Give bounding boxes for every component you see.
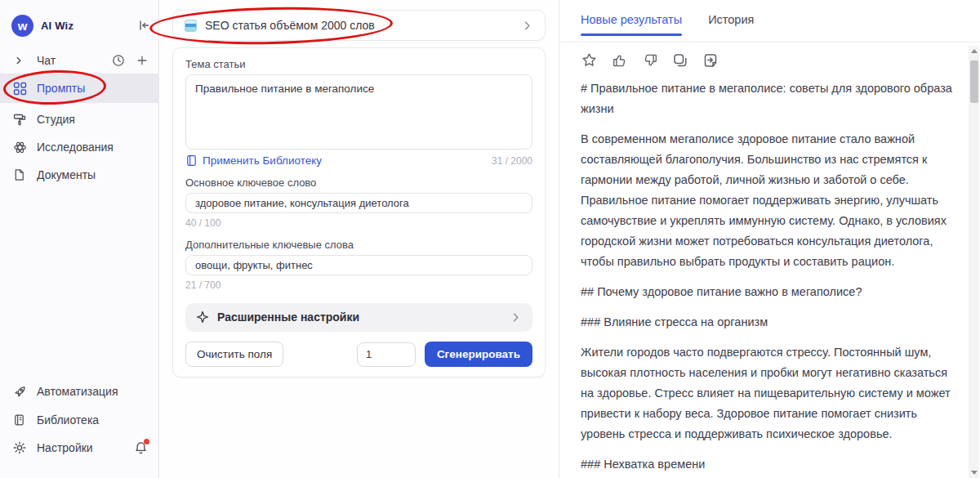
sidebar-item-studio[interactable]: Студия: [0, 106, 159, 132]
extra-keywords-label: Дополнительные ключевые слова: [185, 239, 532, 251]
sparkle-icon: [196, 310, 209, 324]
prompt-template-header[interactable]: SEO статья объёмом 2000 слов: [172, 10, 546, 41]
results-tabs: Новые результаты История: [559, 0, 980, 42]
sidebar-item-research[interactable]: Исследования: [0, 134, 159, 160]
advanced-settings-button[interactable]: Расширенные настройки: [185, 303, 532, 332]
favorite-star-icon[interactable]: [581, 51, 598, 69]
sidebar-item-label: Исследования: [37, 141, 114, 154]
chat-history-icon[interactable]: [112, 54, 125, 67]
prompt-form: Тема статьи Правильное питание в мегапол…: [172, 47, 546, 377]
app-logo: w: [11, 15, 33, 37]
generate-button[interactable]: Сгенерировать: [425, 342, 532, 367]
sidebar-collapse-icon[interactable]: [137, 19, 150, 32]
generated-paragraph: ### Влияние стресса на организм: [581, 312, 958, 333]
gear-icon: [13, 441, 27, 454]
clear-fields-button[interactable]: Очистить поля: [185, 342, 283, 367]
sidebar-item-settings[interactable]: Настройки: [0, 435, 159, 461]
prompt-template-title: SEO статья объёмом 2000 слов: [205, 19, 375, 32]
generated-paragraph: Жители городов часто подвергаются стресс…: [581, 342, 958, 444]
results-panel: Новые результаты История # Правильное пи…: [559, 0, 980, 478]
sidebar-item-prompts[interactable]: Промпты: [0, 74, 159, 103]
sidebar-item-automation[interactable]: Автоматизация: [0, 378, 159, 404]
brand-row: w AI Wiz: [11, 13, 150, 38]
extra-keywords-input[interactable]: [185, 255, 532, 275]
sidebar-item-label: Автоматизация: [37, 385, 118, 398]
library-book-icon: [185, 154, 198, 167]
paint-roller-icon: [13, 113, 27, 126]
notification-dot: [144, 439, 149, 444]
generated-paragraph: ### Нехватка времени: [581, 454, 958, 475]
extra-keywords-counter: 21 / 700: [185, 279, 532, 291]
generated-paragraph: В современном мегаполисе здоровое питани…: [581, 129, 958, 272]
sidebar-item-library[interactable]: Библиотека: [0, 407, 159, 433]
main-keyword-label: Основное ключевое слово: [185, 176, 532, 189]
sidebar-item-documents[interactable]: Документы: [0, 162, 159, 188]
new-chat-icon[interactable]: [136, 55, 148, 66]
book-icon: [13, 413, 27, 427]
generated-paragraph: ## Почему здоровое питание важно в мегап…: [581, 282, 958, 302]
generation-count-input[interactable]: [357, 342, 416, 367]
rocket-icon: [13, 385, 27, 399]
sidebar-item-label: Чат: [37, 54, 56, 67]
sidebar: w AI Wiz Чат Промпты Студия: [0, 0, 159, 478]
chevron-right-icon: [510, 311, 522, 324]
notifications-bell-icon[interactable]: [134, 441, 148, 455]
atom-icon: [13, 141, 27, 154]
apply-library-link[interactable]: Применить Библиотеку: [185, 154, 322, 167]
scrollbar-thumb[interactable]: [970, 60, 978, 103]
main-keyword-input[interactable]: [185, 193, 532, 213]
prompt-panel: SEO статья объёмом 2000 слов Тема статьи…: [159, 0, 559, 478]
thumbs-down-icon[interactable]: [642, 52, 658, 69]
prompt-template-icon: [185, 20, 197, 32]
chevron-right-icon: [13, 55, 27, 66]
topic-counter: 31 / 2000: [492, 155, 532, 167]
copy-icon[interactable]: [672, 52, 688, 69]
sidebar-item-label: Студия: [37, 113, 75, 126]
result-toolbar: [581, 51, 719, 69]
sidebar-item-label: Библиотека: [37, 413, 99, 427]
scrollbar-down-arrow[interactable]: [971, 471, 978, 475]
sidebar-item-label: Настройки: [37, 441, 93, 454]
sidebar-item-chat[interactable]: Чат: [0, 47, 159, 74]
main-keyword-counter: 40 / 100: [185, 217, 532, 229]
tab-history[interactable]: История: [708, 1, 754, 41]
topic-label: Тема статьи: [185, 58, 532, 70]
apply-library-label: Применить Библиотеку: [203, 154, 322, 167]
sidebar-item-label: Промпты: [37, 82, 85, 95]
tab-new-results[interactable]: Новые результаты: [581, 1, 682, 41]
file-icon: [13, 168, 27, 181]
advanced-settings-label: Расширенные настройки: [217, 310, 359, 324]
topic-input[interactable]: Правильное питание в мегаполисе: [185, 74, 532, 150]
chevron-right-icon: [521, 20, 533, 32]
generated-paragraph: # Правильное питание в мегаполисе: совет…: [581, 78, 958, 119]
brand-name: AI Wiz: [41, 20, 74, 32]
sidebar-item-label: Документы: [37, 168, 96, 181]
thumbs-up-icon[interactable]: [612, 52, 628, 69]
results-scrollbar[interactable]: [969, 46, 979, 478]
scrollbar-up-arrow[interactable]: [971, 49, 978, 53]
export-document-icon[interactable]: [702, 52, 719, 69]
generated-text: # Правильное питание в мегаполисе: совет…: [581, 78, 958, 478]
grid-icon: [13, 82, 27, 96]
